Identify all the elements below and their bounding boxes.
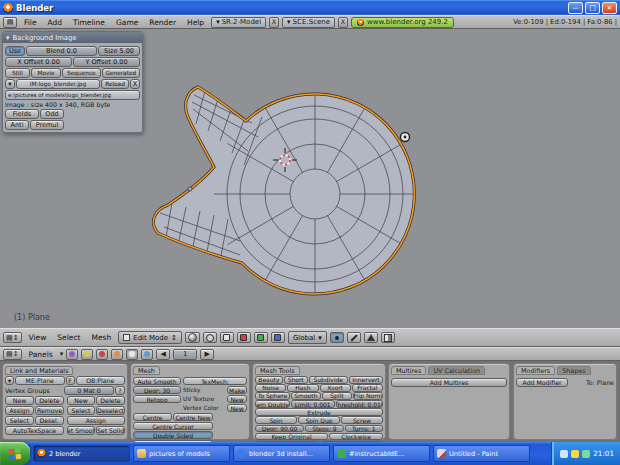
fields-toggle[interactable]: Fields bbox=[5, 109, 39, 119]
start-button[interactable] bbox=[0, 442, 30, 465]
taskbar-item-paint[interactable]: Untitled - Paint bbox=[433, 445, 530, 462]
keep-original-toggle[interactable]: Keep Original bbox=[255, 433, 328, 441]
taskbar-item-blender[interactable]: 2 blender bbox=[33, 445, 130, 462]
vertex-select-button[interactable] bbox=[330, 332, 344, 343]
steps-field[interactable]: Steps: 9 bbox=[305, 425, 343, 433]
tray-icon-2[interactable] bbox=[571, 450, 579, 458]
x-offset-field[interactable]: X Offset 0.00 bbox=[5, 57, 72, 67]
vgroup-select-button[interactable]: Select bbox=[5, 416, 34, 425]
mesh-menu[interactable]: Mesh bbox=[87, 333, 115, 342]
retopo-toggle[interactable]: Retopo bbox=[133, 395, 181, 403]
subdivide-button[interactable]: Subdivide bbox=[309, 376, 348, 384]
to-sphere-button[interactable]: To Sphere bbox=[255, 392, 290, 400]
source-still-button[interactable]: Still bbox=[5, 68, 30, 78]
occlude-geometry-button[interactable] bbox=[381, 332, 395, 343]
spin-degr-field[interactable]: Degr: 90.00 bbox=[255, 425, 304, 433]
xsort-button[interactable]: Xsort bbox=[320, 384, 351, 392]
mode-dropdown[interactable]: Edit Mode ↕ bbox=[118, 331, 182, 344]
centre-new-button[interactable]: Centre New bbox=[173, 413, 213, 421]
close-button[interactable]: × bbox=[602, 2, 617, 14]
edge-select-button[interactable] bbox=[347, 332, 361, 343]
minimize-button[interactable]: — bbox=[568, 2, 583, 14]
vgroup-delete-button[interactable]: Delete bbox=[35, 396, 64, 405]
add-multires-button[interactable]: Add Multires bbox=[391, 378, 507, 387]
editor-type-icon[interactable]: ▤↕ bbox=[3, 332, 22, 343]
spin-button[interactable]: Spin bbox=[255, 416, 297, 424]
source-sequence-button[interactable]: Sequence bbox=[62, 68, 100, 78]
rem-doubles-button[interactable]: Rem Doubles bbox=[255, 400, 290, 408]
buttons-editor-icon[interactable]: ▤↕ bbox=[3, 349, 22, 360]
material-index-field[interactable]: 0 Mat 0 bbox=[64, 386, 114, 395]
use-toggle[interactable]: Use bbox=[5, 46, 25, 56]
anti-toggle[interactable]: Anti bbox=[5, 120, 29, 130]
tab-mesh-tools[interactable]: Mesh Tools bbox=[255, 366, 300, 375]
noise-button[interactable]: Noise bbox=[255, 384, 286, 392]
source-movie-button[interactable]: Movie bbox=[31, 68, 61, 78]
short-toggle[interactable]: Short bbox=[284, 376, 308, 384]
mesh-browse-icon[interactable]: ▾ bbox=[5, 376, 14, 385]
sticky-make-button[interactable]: Make bbox=[227, 386, 247, 394]
logic-context-icon[interactable] bbox=[66, 349, 78, 360]
3d-viewport[interactable]: ▾ Background Image Use Blend 0.0 Size 5.… bbox=[0, 29, 620, 328]
background-image-panel-header[interactable]: ▾ Background Image bbox=[3, 32, 142, 43]
tab-shapes[interactable]: Shapes bbox=[557, 366, 590, 375]
manipulator-toggle[interactable] bbox=[220, 332, 234, 343]
tab-link-and-materials[interactable]: Link and Materials bbox=[5, 366, 73, 375]
set-solid-button[interactable]: Set Solid bbox=[96, 426, 125, 435]
menu-help[interactable]: Help bbox=[183, 18, 208, 27]
tab-uv-calculation[interactable]: UV Calculation bbox=[428, 366, 485, 375]
tray-icon-3[interactable] bbox=[582, 450, 590, 458]
tab-mesh[interactable]: Mesh bbox=[133, 366, 160, 375]
threshold-field[interactable]: Threshold: 0.010 bbox=[336, 400, 383, 408]
panels-menu[interactable]: Panels bbox=[25, 350, 57, 359]
face-select-button[interactable] bbox=[364, 332, 378, 343]
spin-dup-button[interactable]: Spin Dup bbox=[298, 416, 340, 424]
object-context-icon[interactable] bbox=[111, 349, 123, 360]
vertex-color-new-button[interactable]: New bbox=[227, 404, 247, 412]
view-menu[interactable]: View bbox=[25, 333, 51, 342]
premul-toggle[interactable]: Premul bbox=[30, 120, 64, 130]
source-generated-button[interactable]: Generated bbox=[102, 68, 140, 78]
smooth-button[interactable]: Smooth bbox=[291, 392, 321, 400]
tab-multires[interactable]: Multires bbox=[391, 366, 426, 375]
frame-step-right[interactable]: ▶ bbox=[200, 349, 214, 360]
set-smooth-button[interactable]: Set Smooth bbox=[67, 426, 95, 435]
orientation-dropdown[interactable]: Global ▾ bbox=[288, 331, 327, 344]
auto-smooth-toggle[interactable]: Auto Smooth bbox=[133, 377, 181, 385]
blender-version-button[interactable]: www.blender.org 249.2 bbox=[351, 17, 454, 28]
menu-game[interactable]: Game bbox=[112, 18, 142, 27]
hash-button[interactable]: Hash bbox=[287, 384, 318, 392]
menu-file[interactable]: File bbox=[20, 18, 41, 27]
select-menu[interactable]: Select bbox=[53, 333, 84, 342]
limit-field[interactable]: Limit: 0.001 bbox=[291, 400, 335, 408]
menu-add[interactable]: Add bbox=[44, 18, 67, 27]
vgroup-assign-button[interactable]: Assign bbox=[5, 406, 34, 415]
frame-step-left[interactable]: ◀ bbox=[156, 349, 170, 360]
script-context-icon[interactable] bbox=[81, 349, 93, 360]
manipulator-scale-button[interactable] bbox=[271, 332, 285, 343]
maximize-button[interactable]: □ bbox=[585, 2, 600, 14]
material-delete-button[interactable]: Delete bbox=[96, 396, 125, 405]
uv-texture-new-button[interactable]: New bbox=[227, 395, 247, 403]
tab-modifiers[interactable]: Modifiers bbox=[516, 366, 555, 375]
window-type-icon[interactable]: ▤ bbox=[3, 17, 17, 28]
vgroup-remove-button[interactable]: Remove bbox=[35, 406, 64, 415]
taskbar-clock[interactable]: 21:01 bbox=[593, 449, 614, 458]
texmesh-field[interactable]: TexMesh: bbox=[183, 377, 247, 385]
scene-selector[interactable]: ▾ SCE:Scene bbox=[282, 17, 335, 28]
material-deselect-button[interactable]: Deselect bbox=[96, 406, 125, 415]
flip-norm-button[interactable]: Flip Norm bbox=[353, 392, 383, 400]
draw-type-dropdown[interactable] bbox=[185, 332, 200, 343]
shading-context-icon[interactable] bbox=[96, 349, 108, 360]
manipulator-translate-button[interactable] bbox=[237, 332, 251, 343]
mesh-name-field[interactable]: ME:Plane bbox=[15, 376, 65, 385]
odd-toggle[interactable]: Odd bbox=[40, 109, 64, 119]
fake-user-button[interactable]: F bbox=[66, 376, 75, 385]
innervert-toggle[interactable]: Innervert bbox=[349, 376, 383, 384]
vgroup-new-button[interactable]: New bbox=[5, 396, 34, 405]
degr-field[interactable]: Degr: 30 bbox=[133, 386, 181, 394]
tray-icon-1[interactable] bbox=[560, 450, 568, 458]
image-datablock-field[interactable]: IM:logo_blender.jpg bbox=[16, 79, 100, 89]
material-assign-button[interactable]: Assign bbox=[67, 416, 125, 425]
taskbar-item-pictures[interactable]: pictures of models bbox=[133, 445, 230, 462]
